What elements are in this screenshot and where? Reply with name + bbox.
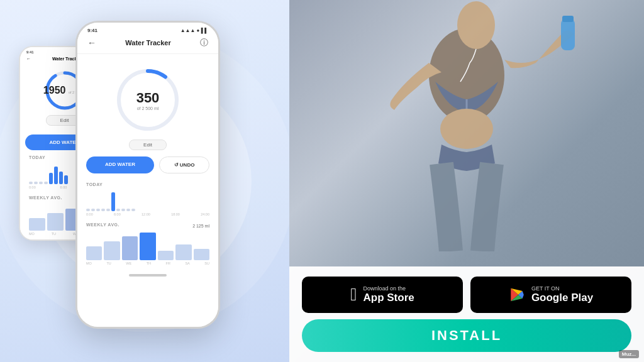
front-signal: ▲▲▲ ● ▌▌	[180, 28, 208, 33]
wbar	[104, 241, 119, 260]
svg-rect-7	[562, 16, 574, 22]
bar-dot	[101, 209, 105, 211]
bar-dot	[106, 209, 110, 211]
front-week-labels: MO TU WE TH FR SA SU	[86, 260, 209, 265]
wbar	[140, 233, 155, 260]
app-store-main-label: App Store	[364, 292, 414, 304]
front-bar-chart	[86, 189, 209, 211]
bar-dot	[121, 209, 125, 211]
front-title: Water Tracker	[125, 39, 170, 47]
bar-active	[111, 192, 115, 211]
wbar	[86, 246, 102, 260]
install-button[interactable]: INSTALL	[302, 319, 631, 352]
wbar	[158, 251, 174, 260]
back-arrow: ←	[26, 57, 31, 61]
bar-dot	[91, 209, 95, 211]
bar-dot	[126, 209, 130, 211]
app-store-text: Download on the App Store	[364, 285, 414, 304]
google-play-main-label: Google Play	[531, 292, 593, 304]
wbar	[29, 218, 45, 231]
front-undo-btn[interactable]: UNDO	[159, 156, 209, 173]
front-weekly-bars	[86, 232, 209, 260]
front-circle-text: 350 of 2 500 ml	[136, 90, 160, 111]
bottom-overlay:  Download on the App Store G	[289, 266, 644, 362]
back-time: 9:41	[26, 50, 34, 54]
front-chart-labels: 0:00 6:00 12:00 18:00 24:00	[86, 211, 209, 216]
svg-point-9	[440, 109, 493, 149]
front-back-arrow[interactable]: ←	[87, 38, 96, 48]
left-panel: 9:41 ▌▌ ● ← Water Tracker 19	[0, 0, 289, 362]
phones-container: 9:41 ▌▌ ● ← Water Tracker 19	[13, 14, 277, 348]
bar-dot	[39, 182, 43, 184]
home-bar-area	[77, 268, 218, 280]
wbar	[47, 213, 64, 231]
svg-point-5	[457, 1, 495, 49]
watermark: Muz...	[619, 350, 639, 358]
front-time: 9:41	[87, 28, 97, 33]
front-edit-btn[interactable]: Edit	[129, 140, 167, 150]
front-info-icon[interactable]: ⓘ	[200, 37, 208, 48]
bar-dot	[96, 209, 100, 211]
front-app-header: ← Water Tracker ⓘ	[77, 35, 218, 54]
google-play-text: GET IT ON Google Play	[531, 285, 593, 304]
bar-dot	[29, 182, 33, 184]
bar-active	[54, 167, 58, 184]
google-play-icon	[509, 287, 525, 303]
google-play-button[interactable]: GET IT ON Google Play	[470, 277, 631, 313]
front-weekly-value: 2 125 ml	[192, 224, 209, 228]
install-button-label: INSTALL	[431, 327, 502, 344]
front-today-label: TODAY	[86, 182, 209, 187]
app-store-button[interactable]:  Download on the App Store	[302, 277, 463, 313]
athlete-figure-svg	[291, 0, 643, 251]
front-circle-sub: of 2 500 ml	[136, 106, 160, 111]
front-phone-screen: 9:41 ▲▲▲ ● ▌▌ ← Water Tracker ⓘ	[77, 23, 218, 327]
apple-icon: 	[350, 286, 357, 304]
front-today-section: TODAY 0:00 6:	[77, 180, 218, 219]
bar-dot	[34, 182, 38, 184]
front-weekly-section: WEEKLY AVG. 2 125 ml MO TU	[77, 219, 218, 268]
google-play-sub-label: GET IT ON	[531, 285, 593, 292]
front-add-water-btn[interactable]: ADD WATER	[86, 156, 154, 173]
bar-dot	[86, 209, 90, 211]
store-buttons-container:  Download on the App Store G	[302, 277, 631, 313]
phone-front: 9:41 ▲▲▲ ● ▌▌ ← Water Tracker ⓘ	[75, 21, 220, 329]
bar-dot	[116, 209, 120, 211]
bar-dot	[131, 209, 135, 211]
wbar	[194, 249, 209, 260]
front-circle-section: 350 of 2 500 ml	[77, 54, 218, 140]
front-weekly-header: WEEKLY AVG. 2 125 ml	[86, 222, 209, 229]
front-action-buttons: ADD WATER UNDO	[77, 156, 218, 180]
back-circle-number: 1950	[43, 85, 66, 96]
bar-active	[49, 173, 53, 184]
front-circle-number: 350	[136, 90, 160, 106]
front-circle-progress: 350 of 2 500 ml	[113, 65, 182, 134]
right-panel:  Download on the App Store G	[289, 0, 644, 362]
bar-dot	[44, 182, 48, 184]
bar-active	[64, 175, 68, 184]
home-bar	[129, 274, 167, 277]
bar-active	[59, 172, 63, 184]
phone-notch	[123, 23, 173, 36]
front-weekly-label: WEEKLY AVG.	[86, 222, 119, 227]
wbar	[175, 244, 191, 260]
wbar	[122, 236, 138, 260]
app-store-sub-label: Download on the	[364, 285, 414, 292]
svg-rect-6	[561, 19, 575, 50]
